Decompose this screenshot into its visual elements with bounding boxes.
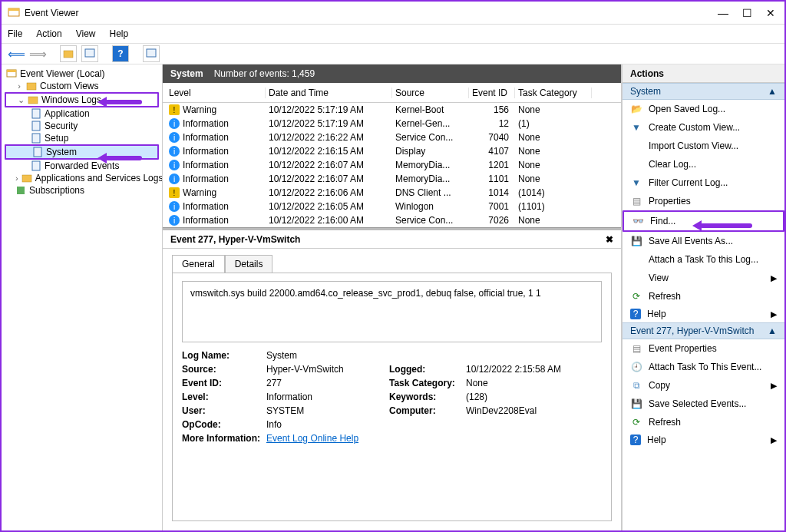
menu-view[interactable]: View bbox=[76, 28, 96, 39]
tree-label: Application bbox=[45, 108, 90, 119]
actions-pane: Actions System ▲ 📂Open Saved Log... ▼Cre… bbox=[622, 64, 784, 530]
action-import-custom-view[interactable]: Import Custom View... bbox=[623, 137, 784, 155]
collapse-icon[interactable]: ⌄ bbox=[17, 95, 25, 105]
log-icon bbox=[32, 147, 43, 157]
action-help[interactable]: ?Help▶ bbox=[623, 306, 784, 322]
tree-custom-views[interactable]: › Custom Views bbox=[5, 80, 159, 92]
k-computer: Computer: bbox=[389, 405, 466, 416]
menu-action[interactable]: Action bbox=[36, 28, 61, 39]
event-log-help-link[interactable]: Event Log Online Help bbox=[266, 433, 358, 444]
action-refresh[interactable]: ⟳Refresh bbox=[623, 287, 784, 306]
tree-subscriptions[interactable]: Subscriptions bbox=[5, 184, 159, 197]
content-area: Event Viewer (Local) › Custom Views ⌄ Wi… bbox=[2, 64, 784, 530]
table-row[interactable]: iInformation10/12/2022 2:16:07 AMMemoryD… bbox=[163, 158, 621, 172]
collapse-icon[interactable]: ▲ bbox=[768, 325, 777, 336]
action-properties[interactable]: ▤Properties bbox=[623, 192, 784, 210]
action-find[interactable]: 👓Find... bbox=[623, 210, 784, 232]
v-logged: 10/12/2022 2:15:58 AM bbox=[466, 364, 604, 375]
action-help-2[interactable]: ?Help▶ bbox=[623, 431, 784, 448]
svg-rect-1 bbox=[8, 8, 19, 11]
col-source[interactable]: Source bbox=[392, 88, 469, 98]
action-copy[interactable]: ⧉Copy▶ bbox=[623, 376, 784, 395]
menubar: File Action View Help bbox=[2, 25, 784, 43]
refresh-icon: ⟳ bbox=[630, 290, 642, 302]
toolbar-btn-2[interactable] bbox=[81, 45, 98, 62]
action-save-selected[interactable]: 💾Save Selected Events... bbox=[623, 395, 784, 413]
tree-windows-logs[interactable]: ⌄ Windows Logs bbox=[5, 92, 159, 107]
action-attach-task-log[interactable]: Attach a Task To this Log... bbox=[623, 250, 784, 269]
collapse-icon[interactable]: ▲ bbox=[768, 86, 777, 97]
actions-section-event[interactable]: Event 277, Hyper-V-VmSwitch ▲ bbox=[623, 322, 784, 339]
table-row[interactable]: iInformation10/12/2022 2:16:07 AMMemoryD… bbox=[163, 172, 621, 186]
tree-forwarded-events[interactable]: Forwarded Events bbox=[5, 160, 159, 172]
tree-root[interactable]: Event Viewer (Local) bbox=[5, 68, 159, 80]
svg-rect-7 bbox=[27, 83, 36, 90]
action-filter-log[interactable]: ▼Filter Current Log... bbox=[623, 173, 784, 192]
close-button[interactable]: ✕ bbox=[766, 7, 775, 19]
maximize-button[interactable]: ☐ bbox=[742, 7, 752, 19]
svg-rect-10 bbox=[32, 121, 40, 131]
table-row[interactable]: iInformation10/12/2022 2:16:00 AMService… bbox=[163, 213, 621, 227]
tree-system[interactable]: System bbox=[5, 144, 159, 160]
blank-icon bbox=[630, 272, 642, 284]
tab-details[interactable]: Details bbox=[225, 255, 273, 273]
cell-level: Information bbox=[183, 215, 229, 226]
action-event-properties[interactable]: ▤Event Properties bbox=[623, 339, 784, 358]
v-user: SYSTEM bbox=[266, 405, 389, 416]
action-refresh-2[interactable]: ⟳Refresh bbox=[623, 413, 784, 431]
table-row[interactable]: !Warning10/12/2022 2:16:06 AMDNS Client … bbox=[163, 186, 621, 200]
blank-icon bbox=[630, 158, 642, 170]
forward-button[interactable]: ⟹ bbox=[29, 45, 46, 62]
back-button[interactable]: ⟸ bbox=[8, 45, 25, 62]
expand-icon[interactable]: › bbox=[15, 81, 23, 91]
action-save-all-events[interactable]: 💾Save All Events As... bbox=[623, 232, 784, 250]
svg-rect-14 bbox=[22, 175, 31, 182]
table-row[interactable]: iInformation10/12/2022 2:16:05 AMWinlogo… bbox=[163, 200, 621, 213]
warning-icon: ! bbox=[169, 104, 180, 115]
minimize-button[interactable]: — bbox=[718, 7, 728, 19]
v-logname: System bbox=[266, 350, 389, 361]
tab-general[interactable]: General bbox=[172, 255, 225, 273]
tree-setup[interactable]: Setup bbox=[5, 132, 159, 144]
col-date[interactable]: Date and Time bbox=[266, 88, 392, 98]
actions-section-system[interactable]: System ▲ bbox=[623, 83, 784, 100]
grid-title: System bbox=[170, 68, 203, 79]
table-row[interactable]: !Warning10/12/2022 5:17:19 AMKernel-Boot… bbox=[163, 103, 621, 117]
cell-eventid: 1201 bbox=[469, 160, 515, 170]
expand-icon[interactable]: › bbox=[15, 173, 18, 183]
col-task[interactable]: Task Category bbox=[515, 88, 592, 98]
toolbar-help-button[interactable]: ? bbox=[112, 45, 129, 62]
col-eventid[interactable]: Event ID bbox=[469, 88, 515, 98]
cell-date: 10/12/2022 2:16:22 AM bbox=[266, 132, 392, 143]
cell-task: None bbox=[515, 173, 592, 184]
column-headers: Level Date and Time Source Event ID Task… bbox=[163, 83, 621, 103]
col-level[interactable]: Level bbox=[166, 88, 266, 98]
save-icon: 💾 bbox=[630, 398, 642, 410]
cell-eventid: 156 bbox=[469, 104, 515, 115]
cell-eventid: 7026 bbox=[469, 215, 515, 226]
detail-close-button[interactable]: ✖ bbox=[606, 234, 613, 245]
action-open-saved-log[interactable]: 📂Open Saved Log... bbox=[623, 100, 784, 118]
cell-eventid: 1014 bbox=[469, 187, 515, 198]
app-icon bbox=[8, 7, 20, 19]
action-view[interactable]: View▶ bbox=[623, 269, 784, 287]
toolbar-btn-3[interactable] bbox=[143, 45, 160, 62]
action-clear-log[interactable]: Clear Log... bbox=[623, 155, 784, 173]
cell-source: MemoryDia... bbox=[392, 173, 469, 184]
svg-rect-12 bbox=[34, 147, 41, 157]
table-row[interactable]: iInformation10/12/2022 2:16:15 AMDisplay… bbox=[163, 144, 621, 158]
table-row[interactable]: iInformation10/12/2022 5:17:19 AMKernel-… bbox=[163, 117, 621, 131]
toolbar-btn-1[interactable] bbox=[60, 45, 77, 62]
tree-application[interactable]: Application bbox=[5, 107, 159, 120]
svg-rect-13 bbox=[32, 161, 40, 170]
action-create-custom-view[interactable]: ▼Create Custom View... bbox=[623, 118, 784, 137]
menu-help[interactable]: Help bbox=[110, 28, 129, 39]
tree-security[interactable]: Security bbox=[5, 120, 159, 132]
info-icon: i bbox=[169, 146, 180, 157]
table-row[interactable]: iInformation10/12/2022 2:16:22 AMService… bbox=[163, 131, 621, 144]
v-eventid: 277 bbox=[266, 378, 389, 388]
menu-file[interactable]: File bbox=[8, 28, 22, 39]
tree-apps-services[interactable]: › Applications and Services Logs bbox=[5, 172, 159, 184]
action-attach-task-event[interactable]: 🕘Attach Task To This Event... bbox=[623, 358, 784, 376]
cell-eventid: 7040 bbox=[469, 132, 515, 143]
